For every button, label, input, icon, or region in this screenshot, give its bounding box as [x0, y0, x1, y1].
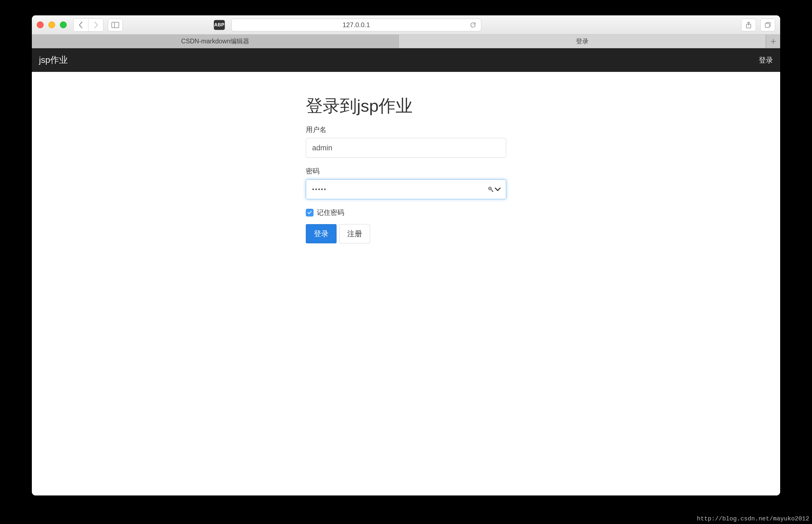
sidebar-toggle-button[interactable]	[108, 19, 123, 31]
close-window-button[interactable]	[37, 21, 44, 28]
sidebar-icon	[111, 22, 119, 28]
plus-icon	[770, 38, 776, 45]
browser-tab-0[interactable]: CSDN-markdown编辑器	[32, 35, 399, 48]
login-button[interactable]: 登录	[306, 224, 337, 243]
button-row: 登录 注册	[306, 224, 506, 243]
new-tab-button[interactable]	[766, 35, 780, 48]
tab-bar: CSDN-markdown编辑器 登录	[32, 35, 780, 48]
remember-checkbox[interactable]	[306, 209, 314, 216]
browser-tab-1[interactable]: 登录	[399, 35, 766, 48]
address-bar[interactable]: 127.0.0.1	[232, 19, 481, 31]
page-viewport: jsp作业 登录 登录到jsp作业 用户名 密码 •••••	[32, 48, 780, 495]
check-icon	[307, 210, 312, 215]
password-input-wrap: •••••	[306, 179, 506, 199]
nav-login-link[interactable]: 登录	[759, 55, 773, 65]
watermark-text: http://blog.csdn.net/mayuko2012	[697, 515, 809, 522]
share-button[interactable]	[741, 19, 756, 31]
reload-button[interactable]	[469, 21, 477, 29]
chevron-right-icon	[93, 21, 98, 29]
password-masked-value: •••••	[312, 186, 327, 193]
svg-rect-4	[765, 23, 769, 28]
password-label: 密码	[306, 166, 506, 176]
username-label: 用户名	[306, 125, 506, 134]
browser-window: ABP 127.0.0.1	[32, 15, 780, 495]
forward-button[interactable]	[89, 19, 103, 31]
chevron-left-icon	[78, 21, 83, 29]
browser-toolbar: ABP 127.0.0.1	[32, 15, 780, 35]
password-input[interactable]: •••••	[306, 179, 506, 199]
tabs-overview-button[interactable]	[760, 19, 775, 31]
app-brand[interactable]: jsp作业	[39, 54, 68, 66]
tab-label: 登录	[576, 37, 589, 46]
toolbar-right-group	[741, 19, 775, 31]
login-form: 登录到jsp作业 用户名 密码 •••••	[306, 94, 506, 243]
username-group: 用户名	[306, 125, 506, 158]
login-title: 登录到jsp作业	[306, 94, 506, 117]
remember-row: 记住密码	[306, 208, 506, 217]
share-icon	[745, 21, 752, 29]
abp-extension-icon[interactable]: ABP	[214, 20, 225, 30]
reload-icon	[469, 21, 477, 29]
minimize-window-button[interactable]	[48, 21, 55, 28]
password-group: 密码 •••••	[306, 166, 506, 199]
tab-label: CSDN-markdown编辑器	[181, 37, 249, 46]
svg-rect-0	[112, 22, 119, 28]
remember-label: 记住密码	[317, 208, 344, 217]
fullscreen-window-button[interactable]	[60, 21, 67, 28]
back-button[interactable]	[74, 19, 89, 31]
username-input[interactable]	[306, 138, 506, 158]
window-controls	[37, 21, 67, 28]
register-button[interactable]: 注册	[339, 224, 370, 243]
tabs-icon	[765, 21, 771, 29]
app-navbar: jsp作业 登录	[32, 48, 780, 72]
nav-arrows-group	[73, 18, 104, 32]
address-text: 127.0.0.1	[343, 21, 370, 29]
